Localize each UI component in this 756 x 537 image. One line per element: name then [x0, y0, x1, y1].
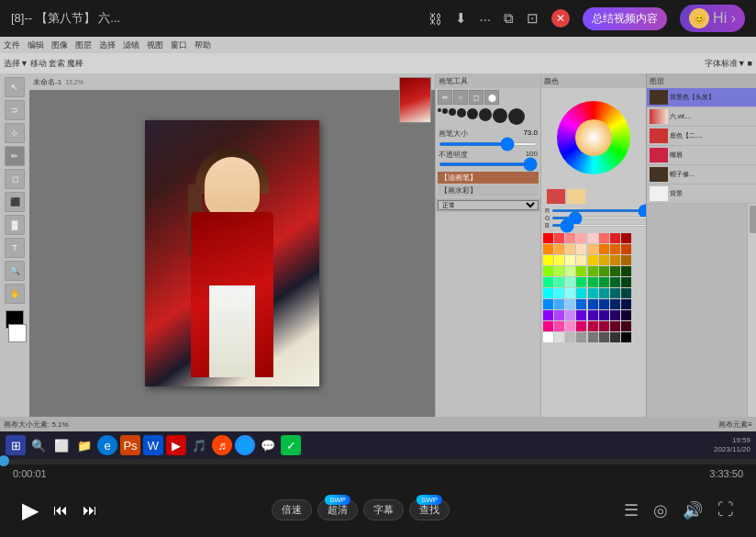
layer-item-4[interactable]: 嘴唇: [647, 146, 756, 165]
palette-swatch[interactable]: [599, 299, 609, 309]
sw-tool-extra[interactable]: 字体标准▼: [705, 58, 746, 70]
palette-swatch[interactable]: [599, 266, 609, 276]
palette-swatch[interactable]: [543, 332, 553, 342]
tool-crop[interactable]: ⊹: [5, 123, 25, 143]
brush-size-slider[interactable]: [439, 142, 538, 146]
palette-swatch[interactable]: [621, 266, 631, 276]
palette-swatch[interactable]: [576, 310, 586, 320]
palette-swatch[interactable]: [554, 255, 564, 265]
palette-swatch[interactable]: [543, 244, 553, 254]
brush-size-m[interactable]: [449, 108, 456, 116]
palette-swatch[interactable]: [621, 233, 631, 243]
hi-button[interactable]: 😊 Hi ›: [680, 5, 745, 32]
palette-swatch[interactable]: [554, 233, 564, 243]
brush-size-xxxl[interactable]: [493, 108, 507, 123]
palette-swatch[interactable]: [599, 310, 609, 320]
palette-swatch[interactable]: [621, 332, 631, 342]
brush-size-l[interactable]: [457, 108, 466, 117]
win-taskview[interactable]: ⬜: [51, 435, 72, 455]
palette-swatch[interactable]: [576, 288, 586, 298]
palette-swatch[interactable]: [576, 255, 586, 265]
palette-swatch[interactable]: [565, 277, 575, 287]
palette-swatch[interactable]: [621, 310, 631, 320]
palette-swatch[interactable]: [565, 255, 575, 265]
palette-swatch[interactable]: [554, 332, 564, 342]
foreground-swatch[interactable]: [547, 189, 565, 204]
palette-swatch[interactable]: [543, 233, 553, 243]
blend-mode-select[interactable]: 正常 叠加 正片叠底: [438, 200, 539, 210]
tool-fill[interactable]: ⬛: [5, 192, 25, 212]
sw-menu-edit[interactable]: 编辑: [28, 39, 44, 51]
layer-item-6[interactable]: 背景: [647, 185, 756, 204]
win-start[interactable]: ⊞: [6, 435, 26, 455]
palette-swatch[interactable]: [554, 266, 564, 276]
summary-button[interactable]: 总结视频内容: [583, 7, 667, 30]
palette-swatch[interactable]: [588, 332, 598, 342]
brush-size-xxl[interactable]: [479, 108, 492, 121]
palette-swatch[interactable]: [565, 266, 575, 276]
palette-swatch[interactable]: [588, 233, 598, 243]
layer-item-5[interactable]: 帽子修...: [647, 165, 756, 185]
palette-swatch[interactable]: [621, 299, 631, 309]
tool-zoom[interactable]: 🔍: [5, 261, 25, 281]
palette-swatch[interactable]: [621, 277, 631, 287]
sw-menu-file[interactable]: 文件: [4, 39, 20, 51]
win-app1[interactable]: Ps: [120, 435, 140, 455]
palette-swatch[interactable]: [588, 310, 598, 320]
color-wheel[interactable]: [557, 101, 630, 174]
sw-tool-extra2[interactable]: ■: [748, 59, 752, 68]
brush-icon-1[interactable]: ✏: [438, 90, 452, 105]
palette-swatch[interactable]: [610, 299, 620, 309]
brush-icon-2[interactable]: ○: [453, 90, 468, 105]
brush-cat-oil[interactable]: 【油画笔】: [438, 172, 539, 184]
palette-swatch[interactable]: [588, 244, 598, 254]
palette-swatch[interactable]: [610, 321, 620, 331]
playlist-button[interactable]: ☰: [620, 497, 642, 524]
palette-swatch[interactable]: [543, 299, 553, 309]
palette-swatch[interactable]: [576, 321, 586, 331]
sw-menu-window[interactable]: 窗口: [171, 39, 187, 51]
volume-button[interactable]: 🔊: [679, 497, 706, 524]
win-file[interactable]: 📁: [74, 435, 94, 455]
tool-lasso[interactable]: ⊃: [5, 100, 25, 120]
palette-swatch[interactable]: [599, 233, 609, 243]
palette-swatch[interactable]: [599, 255, 609, 265]
background-color[interactable]: [8, 324, 27, 342]
palette-swatch[interactable]: [610, 255, 620, 265]
palette-swatch[interactable]: [576, 332, 586, 342]
quality-button[interactable]: SWP 超清: [317, 499, 358, 520]
palette-swatch[interactable]: [554, 310, 564, 320]
palette-swatch[interactable]: [599, 288, 609, 298]
palette-swatch[interactable]: [588, 255, 598, 265]
palette-swatch[interactable]: [599, 321, 609, 331]
sw-tool-move[interactable]: 移动: [30, 58, 47, 70]
more-icon[interactable]: ···: [480, 11, 492, 27]
palette-swatch[interactable]: [576, 299, 586, 309]
download-icon[interactable]: ⬇: [455, 10, 467, 27]
tool-hand[interactable]: ✋: [5, 284, 25, 304]
prev-button[interactable]: ⏮: [50, 498, 72, 522]
close-button[interactable]: ✕: [551, 9, 570, 28]
layer-item-3[interactable]: 底色【二....: [647, 127, 756, 146]
sw-menu-layer[interactable]: 图层: [75, 39, 92, 51]
fullscreen-button[interactable]: ⛶: [714, 497, 738, 523]
palette-swatch[interactable]: [599, 277, 609, 287]
palette-swatch[interactable]: [610, 288, 620, 298]
palette-swatch[interactable]: [543, 321, 553, 331]
palette-swatch[interactable]: [565, 299, 575, 309]
palette-swatch[interactable]: [565, 310, 575, 320]
palette-swatch[interactable]: [565, 288, 575, 298]
tool-gradient[interactable]: ▓: [5, 215, 25, 235]
sw-canvas[interactable]: 未命名-1 13.2% ◂ ▸: [29, 73, 435, 417]
win-app3[interactable]: ▶: [166, 435, 186, 455]
brush-size-xl[interactable]: [467, 108, 478, 119]
sw-menu-help[interactable]: 帮助: [195, 39, 211, 51]
sw-tool-lasso[interactable]: 套索: [49, 58, 65, 70]
sw-tool-select[interactable]: 选择▼: [4, 58, 28, 70]
sw-menu-view[interactable]: 视图: [147, 39, 163, 51]
palette-swatch[interactable]: [543, 310, 553, 320]
search-button[interactable]: SWP 查找: [409, 499, 450, 520]
tool-eraser[interactable]: ◻: [5, 169, 25, 189]
brush-size-xs[interactable]: [438, 108, 441, 112]
palette-swatch[interactable]: [565, 244, 575, 254]
